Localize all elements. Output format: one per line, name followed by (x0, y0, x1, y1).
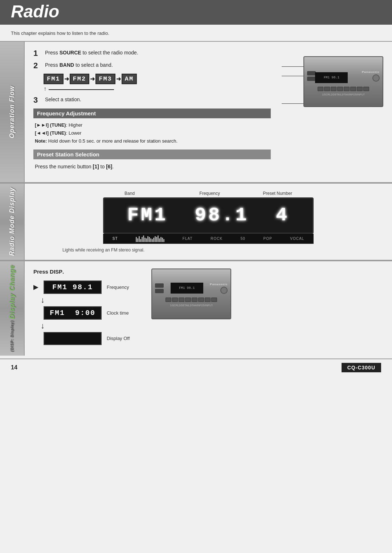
device2-inner: FM1 98.1 Panasonic (152, 269, 230, 319)
device-btn-2 (324, 87, 330, 91)
device2-source-btn (155, 283, 164, 288)
device2-label-5: 5/INPUT (203, 304, 213, 307)
device2-btn-4 (185, 298, 191, 302)
freq-adjustment-body: [►►I] (TUNE): Higher [◄◄I] (TUNE): Lower… (33, 120, 271, 146)
eq-label-pop: POP (263, 237, 272, 241)
device2-top-row: FM1 98.1 Panasonic (152, 280, 230, 296)
connector-line-1 (282, 66, 303, 67)
device-source-btn (307, 71, 316, 75)
disp-row-clock: ▶ FM1 9:00 Clock time (33, 306, 130, 320)
device-btn-3 (331, 87, 336, 91)
band-fm2: FM2 (70, 74, 90, 84)
step-1: 1 Press SOURCE to select the radio mode. (33, 49, 271, 58)
label-band: Band (124, 191, 135, 196)
disp-row-freq: ▶ FM1 98.1 Frequency (33, 280, 130, 294)
eq-bar-3 (139, 236, 140, 242)
tune-higher: [►►I] (TUNE): Higher (35, 121, 269, 129)
band-arrow-2: ➜ (90, 75, 95, 82)
eq-bar-7 (144, 238, 146, 242)
step-2-text: Press BAND to select a band. (45, 61, 113, 69)
step-2: 2 Press BAND to select a band. (33, 61, 271, 70)
device2-right-area: Panasonic (210, 283, 228, 294)
device2-knob (220, 287, 228, 294)
dc-right: FM1 98.1 Panasonic (130, 269, 235, 348)
connector-line-3 (282, 103, 303, 104)
section-label-radio-mode: Radio Mode Display (0, 184, 25, 260)
panasonic-brand: Panasonic (362, 70, 380, 74)
device2-label-1: 1/SCRL (170, 304, 179, 307)
intro-text: This chapter explains how to listen to t… (0, 28, 392, 41)
disp-down-arrow-2: ↓ (41, 321, 130, 331)
freq-adjustment-title: Frequency Adjustment (37, 110, 96, 116)
disp-screen-off (44, 332, 102, 345)
eq-bar-12 (152, 239, 153, 242)
device-inner: FM1 98.1 Panasonic (304, 57, 383, 106)
eq-bar-13 (153, 238, 154, 242)
page-title: Radio (11, 3, 381, 20)
eq-bar-2 (137, 238, 138, 242)
page-number: 14 (11, 364, 17, 371)
band-am: AM (122, 74, 137, 84)
band-fm3: FM3 (95, 74, 115, 84)
op-flow-right: FM1 98.1 Panasonic (271, 49, 383, 175)
fm-display-text: FM1 98.1 4 (127, 205, 289, 226)
band-arrow-1: ➜ (64, 75, 69, 82)
eq-bar-18 (160, 237, 162, 242)
section-label-display-text: Display Change (8, 265, 16, 319)
section-label-text: Operation Flow (8, 86, 16, 138)
disp-label-clock: Clock time (107, 310, 129, 316)
step-3-text: Select a station. (45, 96, 81, 103)
device-knob (372, 74, 380, 82)
device2-left-controls (155, 283, 164, 293)
radio-display-content: Band Frequency Preset Number FM1 98.1 4 … (25, 184, 392, 260)
band-arrow-3: ➜ (116, 75, 121, 82)
fm-display-box: FM1 98.1 4 (103, 197, 314, 234)
device2-label-row: 1/SCRL 2/DETAIL 3/TA 4/INFO 5/INPUT (167, 303, 216, 307)
device2-btn-5 (192, 298, 197, 302)
eq-bar-19 (162, 238, 163, 242)
fm-display-bottom: ST (103, 234, 314, 244)
device2-screen-text: FM1 98.1 (179, 286, 195, 290)
device2-btn-7 (205, 298, 211, 302)
disp-sequence: ▶ FM1 98.1 Frequency ↓ ▶ FM1 9:00 Clock … (33, 280, 130, 345)
page-footer: 14 CQ-C300U (0, 359, 392, 376)
freq-adjustment-section: Frequency Adjustment [►►I] (TUNE): Highe… (33, 108, 271, 146)
section-radio-mode: Radio Mode Display Band Frequency Preset… (0, 183, 392, 260)
device-btn-4 (337, 87, 343, 91)
eq-label-vocal: VOCAL (290, 237, 304, 241)
device2-label-3: 3/TA (190, 304, 195, 307)
device2-btn-1 (166, 298, 171, 302)
device2-btn-3 (179, 298, 184, 302)
device-btn-extra2 (363, 87, 369, 91)
model-badge: CQ-C300U (342, 363, 381, 372)
disp-down-arrow-1: ↓ (41, 295, 130, 305)
radio-device-2: FM1 98.1 Panasonic (151, 269, 231, 319)
tune-lower: [◄◄I] (TUNE): Lower (35, 129, 269, 137)
display-labels-row: Band Frequency Preset Number (103, 191, 314, 196)
eq-label-50: 50 (241, 237, 245, 241)
device-left-controls (307, 71, 316, 81)
band-row: FM1 ➜ FM2 ➜ FM3 ➜ AM (44, 74, 271, 84)
band-back-arrow-icon: ↑ (44, 86, 46, 92)
device-button-row (315, 85, 372, 93)
device2-button-row (163, 296, 220, 303)
eq-label-st: ST (113, 237, 118, 241)
device2-container: FM1 98.1 Panasonic (151, 269, 235, 323)
device-btn-5 (344, 87, 350, 91)
eq-label-rock: ROCK (211, 237, 222, 241)
device-label-2: 2/DETAIL (331, 93, 342, 96)
fm-caption: Lights while receiving an FM stereo sign… (62, 247, 144, 253)
eq-bar-15 (156, 237, 157, 242)
section-display-change: Display Change (DISP: Display) Press DIS… (0, 261, 392, 356)
eq-bar-20 (163, 239, 164, 242)
device2-label-4: 4/INFO (195, 304, 203, 307)
device-btn-extra (357, 87, 363, 91)
device-label-row: 1/SCRL 2/DETAIL 3/TA 4/INFO 5/INPUT (319, 93, 368, 97)
connector-line-2 (282, 76, 303, 76)
preset-station-header: Preset Station Selection (33, 149, 271, 159)
device-band-btn (307, 77, 316, 81)
page-header: Radio (0, 0, 392, 25)
disp-arrow-right-icon: ▶ (33, 283, 38, 291)
device-container: FM1 98.1 Panasonic (282, 53, 383, 122)
press-disp-text: Press DISP. (33, 269, 130, 275)
